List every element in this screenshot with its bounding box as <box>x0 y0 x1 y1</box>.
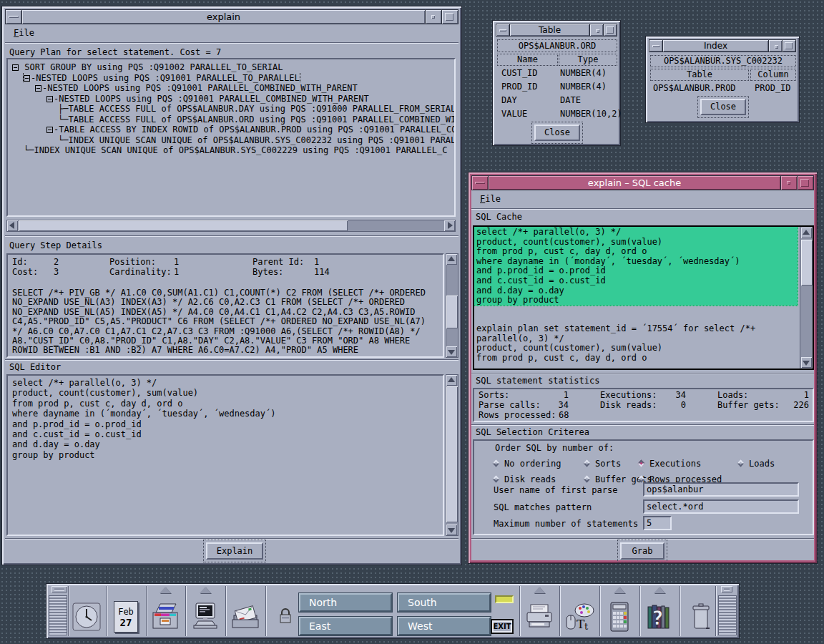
radio-disk-reads[interactable]: Disk reads <box>494 474 556 484</box>
selected-sql-text[interactable]: select /*+ parallel(o, 3) */ product, co… <box>474 227 798 306</box>
close-button[interactable]: Close <box>700 99 746 115</box>
window-title[interactable]: Index <box>663 40 768 52</box>
menu-file[interactable]: File <box>11 27 37 39</box>
window-title[interactable]: explain <box>22 10 425 24</box>
column-header-column[interactable]: Column <box>750 69 796 81</box>
column-header-name[interactable]: Name <box>497 54 558 66</box>
mail-icon[interactable] <box>230 601 261 633</box>
expand-minus-icon[interactable] <box>46 96 53 102</box>
plan-tree-row-selected[interactable]: -NESTED LOOPS using PQS :Q91001 PARALLEL… <box>8 73 454 84</box>
window-menu-button[interactable] <box>472 176 488 190</box>
sql-editor-panel[interactable]: select /*+ parallel(o, 3) */ product, co… <box>6 374 444 536</box>
grab-button[interactable]: Grab <box>620 542 664 560</box>
workspace-north-button[interactable]: North <box>299 593 392 612</box>
scrollbar-thumb[interactable] <box>801 240 813 286</box>
plan-tree-row[interactable]: -NESTED LOOPS using PQS :Q91001 PARALLEL… <box>8 83 454 94</box>
plan-tree-row[interactable]: └─TABLE ACCESS FULL of OPS$ALANBUR.ORD u… <box>8 114 454 125</box>
table-window-titlebar[interactable]: Table <box>496 24 617 36</box>
trash-icon[interactable] <box>685 601 717 633</box>
subpanel-arrow-terminal[interactable] <box>200 587 211 593</box>
minimize-button[interactable] <box>769 40 782 52</box>
scroll-left-button[interactable] <box>7 220 18 231</box>
sql-editor-scrollbar[interactable] <box>446 374 458 536</box>
scroll-down-button[interactable] <box>446 525 457 535</box>
calendar-icon[interactable]: Feb 27 <box>114 601 138 633</box>
expand-minus-icon[interactable] <box>46 127 53 133</box>
pending-sql-text[interactable]: explain plan set statement_id = ´17554´ … <box>476 324 755 363</box>
scroll-down-button[interactable] <box>801 357 812 368</box>
panel-menu-button[interactable] <box>721 586 732 592</box>
close-button[interactable]: Close <box>534 125 580 141</box>
radio-executions[interactable]: Executions <box>639 458 701 469</box>
subpanel-arrow-printer[interactable] <box>534 587 545 593</box>
panel-minimize-handle[interactable] <box>52 586 67 592</box>
minimize-button[interactable] <box>781 176 797 190</box>
clock-icon[interactable] <box>71 601 102 633</box>
file-manager-icon[interactable] <box>149 601 181 633</box>
sql-cache-titlebar[interactable]: explain – SQL cache <box>471 175 814 190</box>
maximize-button[interactable] <box>442 10 458 24</box>
radio-sorts[interactable]: Sorts <box>584 458 621 469</box>
workspace-east-button[interactable]: East <box>299 617 392 635</box>
plan-tree-row[interactable]: └─INDEX UNIQUE SCAN UNIQUE of OPS$ALANBU… <box>8 145 454 156</box>
style-manager-icon[interactable]: Tt <box>564 601 595 633</box>
step-details-scrollbar[interactable] <box>446 253 458 358</box>
panel-left-grip[interactable] <box>49 595 67 635</box>
lock-icon[interactable] <box>279 608 292 626</box>
scroll-up-button[interactable] <box>446 254 457 265</box>
plan-tree-row[interactable]: SORT GROUP BY using PQS :Q91002 PARALLEL… <box>8 62 454 73</box>
scroll-up-button[interactable] <box>446 375 457 386</box>
panel-right-grip[interactable] <box>718 595 737 635</box>
step-sql-text[interactable]: SELECT /*+ PIV_GB */ A1.C0 C0,SUM(A1.C1)… <box>12 288 426 356</box>
calculator-icon[interactable] <box>604 601 635 633</box>
plan-tree-row[interactable]: -NESTED LOOPS using PQS :Q91001 PARALLEL… <box>8 94 454 104</box>
window-menu-button[interactable] <box>649 40 662 52</box>
plan-tree-row[interactable]: -TABLE ACCESS BY INDEX ROWID of OPS$ALAN… <box>8 125 454 135</box>
scrollbar-thumb[interactable] <box>446 386 458 522</box>
workspace-south-button[interactable]: South <box>398 593 491 612</box>
explain-window-titlebar[interactable]: explain <box>5 9 458 24</box>
expand-minus-icon[interactable] <box>12 64 19 71</box>
plan-tree-row[interactable]: └─INDEX UNIQUE SCAN UNIQUE of OPS$ALANBU… <box>8 135 454 146</box>
max-statements-input[interactable] <box>643 516 672 530</box>
sql-cache-scrollbar[interactable] <box>800 227 813 369</box>
sql-cache-list[interactable]: select /*+ parallel(o, 3) */ product, co… <box>473 225 814 370</box>
maximize-button[interactable] <box>783 40 795 52</box>
selected-sql-highlight[interactable]: select /*+ parallel(o, 3) */ product, co… <box>474 227 798 306</box>
minimize-button[interactable] <box>426 10 441 24</box>
window-title[interactable]: explain – SQL cache <box>489 176 780 190</box>
maximize-button[interactable] <box>798 176 813 190</box>
window-title[interactable]: Table <box>510 24 589 36</box>
maximize-button[interactable] <box>604 24 617 36</box>
radio-no-ordering[interactable]: No ordering <box>494 458 561 469</box>
scrollbar-thumb[interactable] <box>19 220 348 231</box>
workspace-west-button[interactable]: West <box>398 617 491 635</box>
scroll-up-button[interactable] <box>801 228 812 238</box>
sql-editor-text[interactable]: select /*+ parallel(o, 3) */ product, co… <box>12 378 275 460</box>
menu-file[interactable]: File <box>477 193 504 205</box>
subpanel-arrow-help[interactable] <box>654 587 665 593</box>
plan-tree-row[interactable]: ├─TABLE ACCESS FULL of OPS$ALANBUR.DAY u… <box>8 104 454 114</box>
minimize-button[interactable] <box>590 24 603 36</box>
user-name-input[interactable] <box>643 482 799 497</box>
column-header-table[interactable]: Table <box>650 69 749 81</box>
scrollbar-thumb[interactable] <box>446 296 458 328</box>
scroll-right-button[interactable] <box>444 220 455 231</box>
window-menu-button[interactable] <box>496 24 509 36</box>
expand-minus-icon[interactable] <box>24 75 30 82</box>
explain-button[interactable]: Explain <box>206 542 263 560</box>
printer-icon[interactable] <box>524 601 555 633</box>
subpanel-arrow-applications[interactable] <box>614 587 625 593</box>
expand-minus-icon[interactable] <box>35 85 41 92</box>
radio-loads[interactable]: Loads <box>738 458 775 469</box>
help-icon[interactable]: ? <box>644 601 675 633</box>
exit-button[interactable]: EXIT <box>491 619 514 634</box>
sql-pattern-input[interactable] <box>643 499 799 514</box>
scroll-down-button[interactable] <box>446 346 457 357</box>
plan-horizontal-scrollbar[interactable] <box>6 220 456 232</box>
index-window-titlebar[interactable]: Index <box>649 39 796 52</box>
column-header-type[interactable]: Type <box>559 54 617 66</box>
window-menu-button[interactable] <box>6 10 21 24</box>
subpanel-arrow-files[interactable] <box>160 587 171 593</box>
terminal-icon[interactable] <box>190 601 221 633</box>
